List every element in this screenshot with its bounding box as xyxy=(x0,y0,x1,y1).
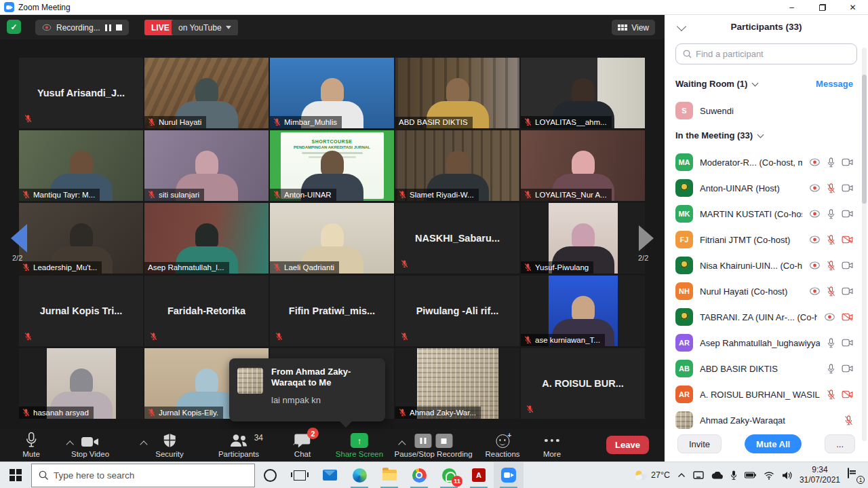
participant-row[interactable]: TABRANI. ZA (UIN Ar-... (Co-host) xyxy=(670,304,859,330)
edge-app-button[interactable] xyxy=(344,462,374,488)
participant-row[interactable]: Ahmad Zaky-Waraqat xyxy=(670,407,859,433)
microphone-tray-icon[interactable] xyxy=(730,470,737,480)
participant-row[interactable]: AB ABD BASIR DIKTIS xyxy=(670,356,859,381)
live-stream-menu[interactable]: on YouTube xyxy=(172,20,238,35)
invite-button[interactable]: Invite xyxy=(677,434,722,453)
stop-video-button[interactable]: Stop Video xyxy=(71,432,109,458)
more-button[interactable]: More xyxy=(543,432,561,458)
file-explorer-button[interactable] xyxy=(374,462,404,488)
waiting-participant-row[interactable]: S Suwendi xyxy=(670,98,859,124)
reactions-button[interactable]: + Reactions xyxy=(485,432,519,458)
chat-badge: 2 xyxy=(307,428,319,439)
onedrive-icon[interactable] xyxy=(711,472,723,479)
video-tile[interactable]: LOYALITAS__ahm... xyxy=(521,58,645,128)
participant-row[interactable]: Nisa Khairuni-UIN... (Co-host) xyxy=(670,252,859,278)
cortana-button[interactable] xyxy=(255,462,285,488)
search-input[interactable] xyxy=(696,49,845,59)
video-tile[interactable]: ABD BASIR DIKTIS xyxy=(395,58,519,128)
encryption-shield-icon[interactable]: ✓ xyxy=(7,20,21,34)
battery-icon[interactable] xyxy=(745,472,756,478)
video-tile[interactable]: ase kurniawan_T... xyxy=(521,276,645,346)
wifi-icon[interactable] xyxy=(764,471,774,480)
panel-title: Participants (33) xyxy=(665,22,868,32)
participant-row[interactable]: AR A. ROISUL BURHANI_ WASILATU... xyxy=(670,381,859,407)
waiting-room-header[interactable]: Waiting Room (1) xyxy=(675,79,757,89)
participant-row[interactable]: FJ Fitriani JTMT (Co-host) xyxy=(670,227,859,252)
video-tile[interactable]: Slamet Riyadi-W... xyxy=(395,130,519,201)
tablet-mode-icon[interactable] xyxy=(693,471,704,479)
security-button[interactable]: Security xyxy=(155,432,184,458)
video-tile[interactable]: Yusuf-Piwulang xyxy=(521,203,645,274)
chat-notification-popup[interactable]: From Ahmad Zaky-Waraqat to Me lai nmpak … xyxy=(229,358,385,421)
participant-name: Suwendi xyxy=(700,106,853,116)
leave-button[interactable]: Leave xyxy=(606,436,649,454)
participant-search[interactable] xyxy=(675,43,857,64)
video-tile[interactable]: Nurul Hayati xyxy=(144,58,269,128)
scrollbar-thumb[interactable] xyxy=(862,75,867,204)
show-hidden-icons-chevron[interactable] xyxy=(677,472,686,478)
chevron-down-icon xyxy=(226,26,231,29)
video-tile[interactable]: LOYALITAS_Nur A... xyxy=(521,130,645,201)
video-tile[interactable]: Laeli Qadrianti xyxy=(270,203,394,274)
mute-button[interactable]: Mute xyxy=(22,432,40,458)
participant-name: Jurnal Kopis Tri... xyxy=(19,276,143,346)
mute-all-button[interactable]: Mute All xyxy=(745,434,802,453)
video-tile[interactable]: Yusuf Arisandi_J... xyxy=(19,58,143,128)
mic-muted-icon xyxy=(273,263,281,271)
restore-button[interactable] xyxy=(807,0,837,15)
pause-stop-recording-button[interactable]: Pause/Stop Recording xyxy=(394,432,472,458)
video-options-caret[interactable] xyxy=(141,440,147,446)
minimize-button[interactable]: – xyxy=(776,0,807,15)
video-tile[interactable]: A. ROISUL BUR... xyxy=(521,348,645,419)
video-tile[interactable]: Mimbar_Muhlis xyxy=(270,58,394,128)
weather-widget[interactable]: 27°C xyxy=(634,470,670,481)
chat-button[interactable]: 2 Chat xyxy=(294,432,311,458)
participant-row[interactable]: Anton-UINAR (Host) xyxy=(670,175,859,201)
task-view-button[interactable] xyxy=(285,462,315,488)
mail-app-button[interactable] xyxy=(315,462,344,488)
share-screen-button[interactable]: ↑ Share Screen xyxy=(336,432,383,458)
taskbar-clock[interactable]: 9:34 31/07/2021 xyxy=(800,465,840,485)
avatar: NH xyxy=(675,282,693,300)
in-meeting-header[interactable]: In the Meeting (33) xyxy=(675,130,763,140)
video-tile[interactable]: SHORTCOURSE PENDAMPINGAN AKREDITASI JURN… xyxy=(270,130,394,201)
participant-row[interactable]: AR Asep Rahmatullah_lughawiyyat xyxy=(670,330,859,356)
whatsapp-app-button[interactable]: 11 xyxy=(434,462,464,488)
previous-page-button[interactable] xyxy=(11,224,27,252)
video-tile[interactable]: Mantiqu Tayr: M... xyxy=(19,130,143,201)
taskbar-search-input[interactable] xyxy=(54,470,237,481)
view-button[interactable]: View xyxy=(612,20,655,35)
next-page-button[interactable] xyxy=(639,225,654,251)
taskbar-search[interactable] xyxy=(31,464,255,487)
video-tile[interactable]: NASKHI_Sabaru... xyxy=(395,203,519,274)
video-tile[interactable]: Fifin Pratiwi_mis... xyxy=(270,276,394,346)
video-tile[interactable]: Faridah-Retorika xyxy=(144,276,269,346)
close-button[interactable]: ✕ xyxy=(837,0,868,15)
zoom-app-button[interactable] xyxy=(494,462,524,488)
participant-row[interactable]: NH Nurul Hayati (Co-host) xyxy=(670,278,859,304)
active-speaker-tile[interactable]: Asep Rahmatullah_l... xyxy=(144,203,269,274)
action-center-button[interactable]: 1 xyxy=(848,468,863,482)
video-tile[interactable]: Leadership_Mu't... xyxy=(19,203,143,274)
mic-icon xyxy=(25,432,37,448)
stop-recording-button[interactable] xyxy=(116,24,122,31)
pause-recording-icon[interactable] xyxy=(414,434,431,448)
more-options-button[interactable]: ... xyxy=(825,434,855,453)
pause-recording-button[interactable] xyxy=(105,24,111,31)
video-tile[interactable]: hasanah arsyad xyxy=(19,348,143,419)
video-tile[interactable]: Piwulang -Ali rif... xyxy=(395,276,519,346)
pdf-app-button[interactable]: A xyxy=(464,462,494,488)
message-link[interactable]: Message xyxy=(816,79,853,89)
participant-name: Nurul Hayati xyxy=(159,118,201,126)
participants-button[interactable]: 34 Participants xyxy=(218,432,259,458)
start-button[interactable] xyxy=(0,462,31,488)
participant-name: NASKHI_Sabaru... xyxy=(395,203,519,274)
participant-row[interactable]: MA Moderator-R... (Co-host, me) xyxy=(670,149,859,175)
video-tile[interactable]: Jurnal Kopis Tri... xyxy=(19,276,143,346)
chrome-app-button[interactable] xyxy=(404,462,434,488)
video-tile[interactable]: Ahmad Zaky-War... xyxy=(395,348,519,419)
speaker-icon[interactable] xyxy=(782,471,792,480)
participant-row[interactable]: MK MARTIN KUSTATI (Co-host) xyxy=(670,201,859,227)
stop-recording-icon[interactable] xyxy=(435,434,452,448)
video-tile[interactable]: siti sulanjari xyxy=(144,130,269,201)
